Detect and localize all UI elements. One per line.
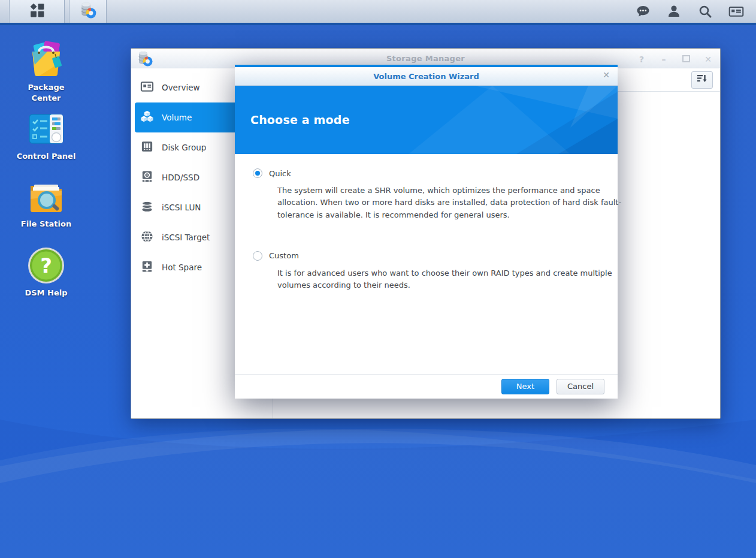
mode-option-quick: Quick The system will create a SHR volum… xyxy=(253,168,600,221)
sidebar-item-label: HDD/SSD xyxy=(162,173,199,182)
desktop-icon-label: DSM Help xyxy=(16,288,76,298)
sort-descending-icon xyxy=(697,74,707,86)
custom-option-row[interactable]: Custom xyxy=(253,251,600,261)
overview-card-icon xyxy=(140,80,154,95)
close-button[interactable]: ✕ xyxy=(703,55,713,64)
pilot-view-icon[interactable] xyxy=(728,4,744,19)
file-station-icon xyxy=(27,177,65,216)
package-center-icon xyxy=(27,41,65,79)
desktop-icon-control-panel[interactable]: Control Panel xyxy=(16,110,76,162)
globe-icon xyxy=(140,230,154,245)
wizard-step-heading: Choose a mode xyxy=(250,113,350,126)
dialog-title: Volume Creation Wizard xyxy=(373,72,479,81)
dialog-titlebar[interactable]: Volume Creation Wizard ✕ xyxy=(235,67,618,86)
quick-radio[interactable] xyxy=(253,168,262,178)
taskbar-storage-manager-button[interactable] xyxy=(69,0,107,23)
taskbar-status-area xyxy=(635,0,756,23)
minimize-button[interactable]: – xyxy=(659,55,669,64)
sidebar-item-label: iSCSI Target xyxy=(162,233,210,242)
desktop-icon-label: Control Panel xyxy=(16,151,76,162)
show-desktop-strip[interactable] xyxy=(0,0,10,23)
svg-text:?: ? xyxy=(40,254,52,278)
next-button[interactable]: Next xyxy=(501,379,549,394)
cubes-icon xyxy=(140,110,154,125)
desktop-icon-label: Package Center xyxy=(16,82,76,103)
desktop-icon-dsm-help[interactable]: ? DSM Help xyxy=(16,246,76,298)
plus-box-icon xyxy=(140,260,154,275)
hard-drive-icon xyxy=(140,170,154,185)
wizard-body: Quick The system will create a SHR volum… xyxy=(235,154,618,374)
quick-option-description: The system will create a SHR volume, whi… xyxy=(277,185,622,221)
storage-manager-icon xyxy=(79,1,97,22)
taskbar xyxy=(0,0,756,25)
dsm-help-icon: ? xyxy=(27,246,65,285)
wizard-footer: Next Cancel xyxy=(235,374,618,399)
wizard-banner: Choose a mode xyxy=(235,86,618,154)
sidebar-item-label: Hot Spare xyxy=(162,263,202,272)
sidebar-item-label: Disk Group xyxy=(162,143,206,152)
sidebar-item-label: Volume xyxy=(162,113,192,122)
control-panel-icon xyxy=(27,110,65,148)
sort-button[interactable] xyxy=(691,71,713,89)
notifications-chat-icon[interactable] xyxy=(635,4,651,19)
search-icon[interactable] xyxy=(697,4,713,19)
desktop-icon-label: File Station xyxy=(16,219,76,230)
quick-option-label: Quick xyxy=(269,169,291,178)
custom-option-label: Custom xyxy=(269,251,299,260)
sidebar-item-label: Overview xyxy=(162,83,200,92)
stacked-disks-icon xyxy=(140,200,154,215)
window-title: Storage Manager xyxy=(131,54,720,63)
desktop-icon-package-center[interactable]: Package Center xyxy=(16,41,76,103)
dialog-close-icon[interactable]: ✕ xyxy=(603,71,610,79)
custom-option-description: It is for advanced users who want to cho… xyxy=(277,267,622,292)
maximize-button[interactable] xyxy=(681,55,691,64)
custom-radio[interactable] xyxy=(253,251,262,261)
volume-creation-wizard-dialog: Volume Creation Wizard ✕ Choose a mode Q… xyxy=(235,65,618,399)
window-controls: ? – ✕ xyxy=(637,49,713,69)
main-menu-button[interactable] xyxy=(10,0,65,23)
apps-grid-icon xyxy=(29,2,45,20)
cancel-button[interactable]: Cancel xyxy=(557,379,604,394)
disk-array-icon xyxy=(140,140,154,155)
quick-option-row[interactable]: Quick xyxy=(253,168,600,178)
user-account-icon[interactable] xyxy=(666,4,682,19)
mode-option-custom: Custom It is for advanced users who want… xyxy=(253,251,600,292)
desktop-icon-file-station[interactable]: File Station xyxy=(16,177,76,230)
sidebar-item-label: iSCSI LUN xyxy=(162,203,201,212)
help-button[interactable]: ? xyxy=(637,55,646,64)
